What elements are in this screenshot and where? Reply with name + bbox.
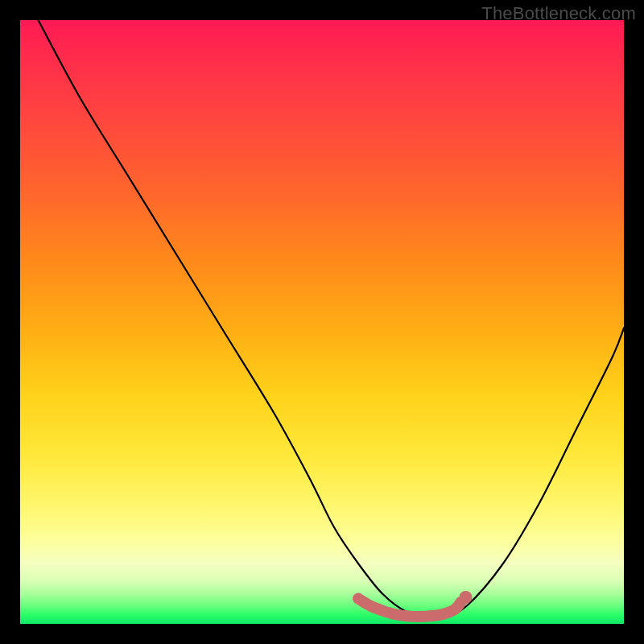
bottleneck-curve xyxy=(39,20,625,619)
chart-frame: TheBottleneck.com xyxy=(0,0,644,644)
optimal-zone-marker xyxy=(358,599,461,617)
plot-area xyxy=(20,20,624,624)
curve-svg xyxy=(20,20,624,624)
marker-end-dot xyxy=(460,591,473,604)
